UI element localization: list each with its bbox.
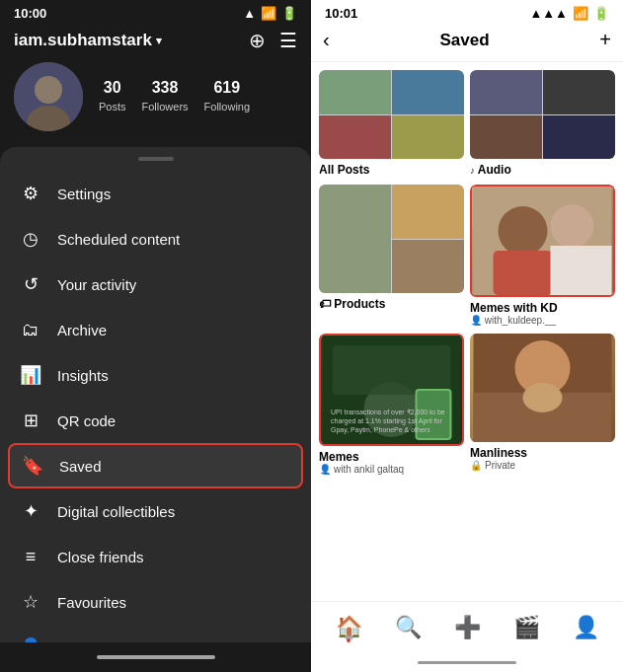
svg-point-16 (523, 383, 563, 412)
discover-label: Discover people (57, 639, 164, 643)
profile-section: 30 Posts 338 Followers 619 Following (0, 62, 311, 147)
menu-item-archive[interactable]: 🗂 Archive (0, 307, 311, 352)
menu-item-collectibles[interactable]: ✦ Digital collectibles (0, 488, 311, 534)
svg-point-6 (551, 204, 594, 248)
audio-label: ♪ Audio (470, 163, 615, 177)
saved-label: Saved (59, 458, 102, 475)
menu-item-favourites[interactable]: ☆ Favourites (0, 579, 311, 625)
menu-item-friends[interactable]: ≡ Close friends (0, 534, 311, 579)
avatar (14, 62, 83, 131)
drawer-handle (138, 157, 174, 161)
music-icon: ♪ (470, 165, 478, 176)
svg-rect-7 (551, 246, 612, 295)
right-panel: 10:01 ▲▲▲ 📶 🔋 ‹ Saved + (311, 0, 623, 672)
menu-icon[interactable]: ☰ (279, 29, 297, 52)
person-icon: 👤 (470, 315, 485, 326)
left-time: 10:00 (14, 6, 46, 21)
svg-point-4 (499, 206, 548, 256)
back-button[interactable]: ‹ (323, 29, 330, 51)
svg-rect-10 (333, 345, 451, 395)
friends-label: Close friends (57, 549, 144, 565)
stat-following: 619 Following (204, 79, 250, 114)
home-indicator-right (418, 661, 516, 664)
settings-label: Settings (57, 186, 111, 202)
nav-home-dot (347, 638, 350, 642)
left-status-bar: 10:00 ▲ 📶 🔋 (0, 0, 311, 25)
following-count: 619 (204, 79, 250, 97)
add-collection-button[interactable]: + (599, 29, 611, 51)
saved-grid: All Posts ♪ Audio (311, 62, 623, 601)
memes-photo: UPI transactions of over ₹2,000 to be ch… (321, 336, 462, 444)
header-icons: ⊕ ☰ (249, 29, 297, 52)
followers-count: 338 (142, 79, 189, 97)
manliness-label: Manliness (470, 446, 615, 460)
discover-icon: 👤 (20, 636, 41, 642)
right-header: ‹ Saved + (311, 25, 623, 62)
memes-label: Memes (319, 450, 464, 464)
stats: 30 Posts 338 Followers 619 Following (99, 79, 250, 114)
manliness-photo (470, 334, 615, 442)
saved-title: Saved (439, 31, 489, 50)
right-wifi-icon: 📶 (573, 6, 588, 21)
menu-item-saved[interactable]: 🔖 Saved (8, 443, 303, 488)
scheduled-label: Scheduled content (57, 231, 180, 248)
archive-icon: 🗂 (20, 319, 41, 340)
battery-icon: 🔋 (281, 6, 297, 21)
settings-icon: ⚙ (20, 183, 41, 204)
collection-audio[interactable]: ♪ Audio (470, 70, 615, 177)
posts-count: 30 (99, 79, 126, 97)
collection-all-posts[interactable]: All Posts (319, 70, 464, 177)
home-indicator-left (97, 655, 215, 659)
right-battery-icon: 🔋 (593, 6, 609, 21)
svg-rect-5 (494, 251, 553, 295)
username-row[interactable]: iam.subhamstark ▾ (14, 31, 162, 50)
svg-point-1 (35, 76, 62, 104)
menu-item-settings[interactable]: ⚙ Settings (0, 171, 311, 216)
saved-icon: 🔖 (22, 455, 43, 477)
nav-profile[interactable]: 👤 (573, 615, 599, 640)
grid-row-1: All Posts ♪ Audio (319, 70, 615, 177)
left-panel: 10:00 ▲ 📶 🔋 iam.subhamstark ▾ ⊕ ☰ 3 (0, 0, 311, 672)
nav-search[interactable]: 🔍 (395, 615, 422, 640)
nav-home[interactable]: 🏠 (336, 615, 362, 640)
menu-item-scheduled[interactable]: ◷ Scheduled content (0, 216, 311, 261)
bottom-nav: 🏠 🔍 ➕ 🎬 👤 (311, 601, 623, 652)
qr-label: QR code (57, 412, 116, 429)
right-signal-icon: ▲▲▲ (529, 6, 568, 21)
right-status-bar: 10:01 ▲▲▲ 📶 🔋 (311, 0, 623, 25)
scheduled-icon: ◷ (20, 228, 41, 250)
nav-add[interactable]: ➕ (454, 615, 481, 640)
favourites-icon: ☆ (20, 591, 41, 613)
nav-reels[interactable]: 🎬 (513, 615, 540, 640)
favourites-label: Favourites (57, 594, 126, 611)
collection-memes[interactable]: UPI transactions of over ₹2,000 to be ch… (319, 334, 464, 475)
following-label: Following (204, 101, 250, 112)
add-post-icon[interactable]: ⊕ (249, 29, 266, 52)
menu-item-qr[interactable]: ⊞ QR code (0, 398, 311, 443)
followers-label: Followers (142, 101, 189, 112)
collection-products[interactable]: 🏷 Products (319, 185, 464, 326)
grid-row-2: 🏷 Products Memes wit (319, 185, 615, 326)
lock-icon: 🔒 (470, 460, 482, 471)
manliness-sub: 🔒 Private (470, 460, 615, 471)
memes-kd-photo (472, 187, 613, 295)
tag-icon: 🏷 (319, 297, 334, 311)
right-bottom-bar (311, 652, 623, 672)
menu-item-activity[interactable]: ↺ Your activity (0, 261, 311, 307)
all-posts-label: All Posts (319, 163, 464, 177)
collection-memes-kd[interactable]: Memes with KD 👤 with_kuldeep.__ (470, 185, 615, 326)
friends-icon: ≡ (20, 546, 41, 567)
activity-icon: ↺ (20, 273, 41, 295)
stat-followers: 338 Followers (142, 79, 189, 114)
qr-icon: ⊞ (20, 410, 41, 431)
memes-kd-label: Memes with KD (470, 301, 615, 315)
insights-icon: 📊 (20, 364, 41, 386)
collection-manliness[interactable]: Manliness 🔒 Private (470, 334, 615, 475)
insights-label: Insights (57, 367, 109, 384)
grid-row-3: UPI transactions of over ₹2,000 to be ch… (319, 334, 615, 475)
menu-item-discover[interactable]: 👤 Discover people (0, 625, 311, 642)
username-label: iam.subhamstark (14, 31, 152, 50)
archive-label: Archive (57, 322, 107, 338)
chevron-down-icon: ▾ (156, 35, 162, 47)
menu-item-insights[interactable]: 📊 Insights (0, 352, 311, 398)
